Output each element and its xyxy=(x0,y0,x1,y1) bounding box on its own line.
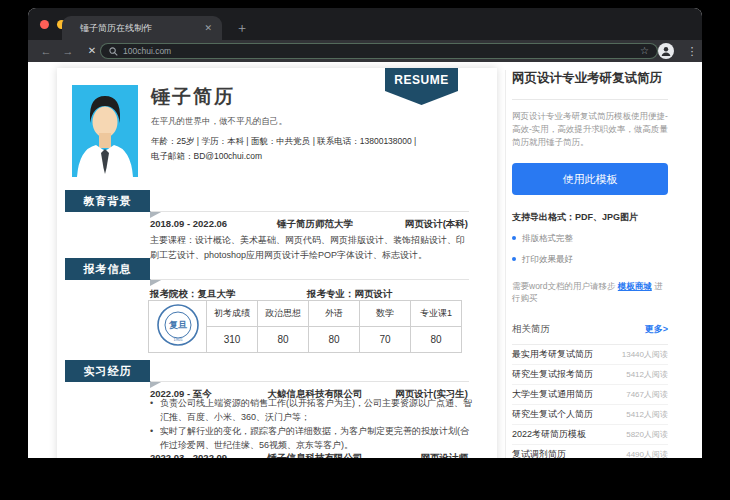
score-value: 80 xyxy=(411,327,462,353)
browser-window: 锤子简历在线制作 ✕ ＋ ← → ✕ 100chui.com ☆ ⋮ xyxy=(28,8,702,458)
read-count: 5412人阅读 xyxy=(626,369,668,380)
feature-item: 打印效果最好 xyxy=(512,254,668,266)
browser-menu-icon[interactable]: ⋮ xyxy=(686,40,698,62)
fold-triangle xyxy=(150,279,163,286)
template-description: 网页设计专业考研复试简历模板使用便捷-高效-实用，高效提升求职效率，做高质量简历… xyxy=(512,110,668,149)
education-major: 网页设计(本科) xyxy=(368,218,468,231)
score-header: 外语 xyxy=(309,301,360,327)
read-count: 4490人阅读 xyxy=(626,449,668,458)
read-count: 5820人阅读 xyxy=(626,429,668,440)
resume-info-line1: 年龄：25岁 | 学历：本科 | 面貌：中共党员 | 联系电话：13800138… xyxy=(151,136,416,148)
fold-triangle xyxy=(150,381,163,388)
score-value: 70 xyxy=(360,327,411,353)
score-header: 初考成绩 xyxy=(207,301,258,327)
read-count: 13440人阅读 xyxy=(622,349,668,360)
section-header-internship: 实习经历 xyxy=(57,360,497,384)
template-title: 网页设计专业考研复试简历 xyxy=(512,70,668,100)
export-formats-label: 支持导出格式：PDF、JPG图片 xyxy=(512,211,668,224)
score-value: 80 xyxy=(309,327,360,353)
browser-toolbar: ← → ✕ 100chui.com ☆ ⋮ xyxy=(28,40,702,62)
scores-table: 复旦 1905 初考成绩 政治思想 外语 数学 专业课1 310 80 80 7… xyxy=(148,300,462,353)
more-link[interactable]: 更多> xyxy=(645,323,668,336)
browser-tab[interactable]: 锤子简历在线制作 ✕ xyxy=(62,16,222,40)
job-bullet: 负责公司线上端资源的销售工作(以开拓客户为主)，公司主要资源以广点通、智汇推、百… xyxy=(150,396,474,424)
education-entry: 2018.09 - 2022.06 锤子简历师范大学 网页设计(本科) xyxy=(150,218,468,231)
use-template-button[interactable]: 使用此模板 xyxy=(512,163,668,195)
tab-strip: 锤子简历在线制作 ✕ ＋ xyxy=(28,8,702,40)
related-resume-item[interactable]: 2022考研简历模板 5820人阅读 xyxy=(512,425,668,445)
person-icon xyxy=(660,45,672,57)
related-resume-item[interactable]: 研究生复试报考简历 5412人阅读 xyxy=(512,365,668,385)
score-value: 80 xyxy=(258,327,309,353)
tab-close-icon[interactable]: ✕ xyxy=(204,16,212,40)
feature-item: 排版格式完整 xyxy=(512,233,668,245)
resume-preview-card: RESUME 锤子简历 在平凡的世界中，做不平凡的自己。 年龄：25岁 | 学历… xyxy=(57,68,497,458)
close-window-button[interactable] xyxy=(40,20,49,29)
job-role: 网页设计师 xyxy=(368,452,468,458)
main-sidebar-divider xyxy=(505,70,506,458)
resume-tagline: 在平凡的世界中，做不平凡的自己。 xyxy=(151,116,287,128)
job-bullet: 实时了解行业的变化，跟踪客户的详细数据，为客户制定更完善的投放计划(合作过珍爱网… xyxy=(150,424,474,452)
forward-icon[interactable]: → xyxy=(58,40,78,62)
new-tab-button[interactable]: ＋ xyxy=(230,16,254,40)
profile-avatar-button[interactable] xyxy=(658,43,674,59)
education-date: 2018.09 - 2022.06 xyxy=(150,218,262,231)
url-text: 100chui.com xyxy=(123,46,640,56)
related-title: 相关简历 xyxy=(512,323,550,336)
word-note: 需要word文档的用户请移步 模板商城 进行购买 xyxy=(512,281,668,305)
back-icon[interactable]: ← xyxy=(36,40,56,62)
template-store-link[interactable]: 模板商城 xyxy=(618,281,652,291)
resume-photo xyxy=(72,85,138,177)
related-resume-item[interactable]: 最实用考研复试简历 13440人阅读 xyxy=(512,345,668,365)
related-resumes-header: 相关简历 更多> xyxy=(512,323,668,345)
internship-entry: 2022.03 - 2022.09 锤子信息科技有限公司 网页设计师 xyxy=(150,452,468,458)
resume-name: 锤子简历 xyxy=(151,84,235,110)
score-header: 专业课1 xyxy=(411,301,462,327)
address-bar[interactable]: 100chui.com ☆ xyxy=(100,43,658,59)
section-header-application: 报考信息 xyxy=(57,258,497,282)
svg-text:1905: 1905 xyxy=(173,337,183,342)
education-school: 锤子简历师范大学 xyxy=(262,218,368,231)
stop-icon[interactable]: ✕ xyxy=(82,40,102,62)
score-header: 政治思想 xyxy=(258,301,309,327)
related-resume-item[interactable]: 大学生复试通用简历 7467人阅读 xyxy=(512,385,668,405)
fold-triangle xyxy=(150,211,163,218)
related-resume-item[interactable]: 复试调剂简历 4490人阅读 xyxy=(512,445,668,458)
tab-title: 锤子简历在线制作 xyxy=(80,23,152,33)
job-company: 锤子信息科技有限公司 xyxy=(262,452,368,458)
bookmark-star-icon[interactable]: ☆ xyxy=(640,44,649,58)
resume-info-line2: 电子邮箱：BD@100chui.com xyxy=(151,151,262,163)
read-count: 5412人阅读 xyxy=(626,409,668,420)
score-header: 数学 xyxy=(360,301,411,327)
resume-ribbon-badge: RESUME xyxy=(385,68,458,105)
job-date: 2022.03 - 2022.09 xyxy=(150,452,262,458)
university-seal-logo: 复旦 1905 xyxy=(149,301,207,353)
page-content: RESUME 锤子简历 在平凡的世界中，做不平凡的自己。 年龄：25岁 | 学历… xyxy=(28,62,702,458)
svg-text:复旦: 复旦 xyxy=(168,320,187,330)
section-header-education: 教育背景 xyxy=(57,190,497,214)
template-sidebar: 网页设计专业考研复试简历 网页设计专业考研复试简历模板使用便捷-高效-实用，高效… xyxy=(512,70,668,458)
job-bullets: 负责公司线上端资源的销售工作(以开拓客户为主)，公司主要资源以广点通、智汇推、百… xyxy=(150,396,474,452)
search-icon xyxy=(109,47,118,56)
score-value: 310 xyxy=(207,327,258,353)
related-resume-item[interactable]: 研究生复试个人简历 5412人阅读 xyxy=(512,405,668,425)
read-count: 7467人阅读 xyxy=(626,389,668,400)
